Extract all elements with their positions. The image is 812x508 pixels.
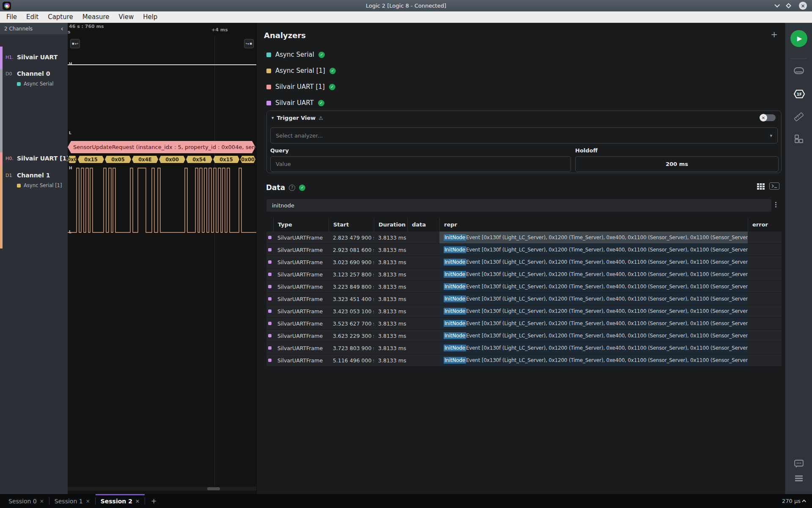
channel-analyzer-label[interactable]: Async Serial [1] (17, 182, 62, 188)
help-icon[interactable]: ? (289, 185, 295, 191)
frame-color-icon (268, 359, 272, 362)
close-session-icon[interactable]: × (135, 498, 140, 504)
hex-byte-bubble[interactable]: 0x00 (240, 156, 255, 163)
channel-analyzer-label[interactable]: Async Serial (17, 81, 53, 87)
type-cell: SilvarUARTFrame (273, 354, 329, 366)
jump-next-edge-button[interactable]: ↪◼ (244, 39, 254, 48)
menu-edit[interactable]: Edit (22, 11, 43, 22)
waveform-area[interactable]: 46 s : 760 ms s +4 ms ◼↩ ↪◼ H L SensorUp… (68, 23, 256, 494)
repr-text: Event [0x130f (Light_LC_Server), 0x1200 … (466, 259, 748, 265)
holdoff-input[interactable]: 200 ms (575, 156, 779, 172)
timeline-gridline (214, 36, 215, 486)
start-capture-button[interactable]: ▶ (790, 30, 807, 47)
col-type[interactable]: Type (273, 218, 329, 232)
table-row[interactable]: SilvarUARTFrame3.423 053 100 s3.8133 msI… (266, 305, 782, 317)
close-session-icon[interactable]: × (40, 498, 44, 504)
analyzer-item-async-serial-1-[interactable]: Async Serial [1]✓ (266, 63, 776, 79)
query-input[interactable]: Value (270, 156, 571, 172)
menu-file[interactable]: File (2, 11, 22, 22)
search-options-kebab-icon[interactable] (775, 202, 776, 207)
start-cell: 5.116 496 000 s (329, 354, 374, 366)
table-row[interactable]: SilvarUARTFrame2.823 479 900 s3.8133 msI… (266, 232, 782, 243)
waveform-hscrollbar-thumb[interactable] (207, 487, 220, 490)
repr-cell: InitNodeEvent [0x130f (Light_LC_Server),… (439, 244, 748, 256)
jump-previous-edge-button[interactable]: ◼↩ (70, 39, 80, 48)
trigger-enable-toggle[interactable]: ✕ (760, 114, 776, 121)
error-cell (748, 354, 782, 366)
chevron-up-icon[interactable] (802, 500, 806, 504)
repr-text: Event [0x130f (Light_LC_Server), 0x1200 … (466, 296, 748, 302)
repr-cell: InitNodeEvent [0x130f (Light_LC_Server),… (439, 256, 748, 268)
zoom-scale-label[interactable]: 270 µs (782, 498, 801, 504)
table-row[interactable]: SilvarUARTFrame2.923 081 600 s3.8133 msI… (266, 244, 782, 256)
analyzer-check-icon: ✓ (318, 100, 324, 106)
duration-cell: 3.8133 ms (374, 318, 407, 329)
table-row[interactable]: SilvarUARTFrame3.523 627 700 s3.8133 msI… (266, 318, 782, 329)
table-row[interactable]: SilvarUARTFrame3.723 803 900 s3.8133 msI… (266, 342, 782, 354)
analyzer-name-label: Async Serial (275, 51, 314, 58)
repr-text: Event [0x130f (Light_LC_Server), 0x1200 … (466, 271, 748, 277)
error-cell (748, 232, 782, 243)
session-tab-session-0[interactable]: Session 0× (3, 494, 49, 508)
col-start[interactable]: Start (329, 218, 374, 232)
trigger-view-section: ▾ Trigger View ⚠ ✕ Select analyzer... ▾ … (266, 110, 782, 173)
hex-byte-bubble[interactable]: 0x15 (213, 156, 239, 163)
hex-byte-bubble[interactable]: 0x54 (186, 156, 212, 163)
table-row[interactable]: SilvarUARTFrame3.023 690 900 s3.8133 msI… (266, 256, 782, 268)
row-color-cell (266, 256, 273, 268)
waveform-hscrollbar[interactable] (68, 487, 256, 491)
analyzer-select-placeholder: Select analyzer... (276, 133, 323, 139)
start-cell: 3.223 849 800 s (329, 281, 374, 293)
hex-byte-bubble[interactable]: 0x00 (159, 156, 185, 163)
decoded-frame-annotation[interactable]: SensorUpdateRequest (instance_idx : 5, p… (68, 141, 255, 153)
search-match-highlight: InitNode (444, 357, 466, 364)
close-icon[interactable]: × (799, 2, 807, 10)
col-error[interactable]: error (748, 218, 782, 232)
table-row[interactable]: SilvarUARTFrame3.123 257 800 s3.8133 msI… (266, 268, 782, 280)
row-color-cell (266, 305, 273, 317)
session-tab-label: Session 0 (8, 498, 37, 505)
table-row[interactable]: SilvarUARTFrame3.223 849 800 s3.8133 msI… (266, 281, 782, 293)
hex-byte-bubble[interactable]: 0x05 (105, 156, 131, 163)
analyzers-tab-icon[interactable]: 1F (793, 88, 805, 100)
menu-measure[interactable]: Measure (78, 11, 114, 22)
close-session-icon[interactable]: × (86, 498, 90, 504)
hex-byte-bubble[interactable]: 0x0 (68, 156, 77, 163)
analyzer-item-async-serial[interactable]: Async Serial✓ (266, 47, 776, 63)
menu-help[interactable]: Help (138, 11, 162, 22)
table-row[interactable]: SilvarUARTFrame3.323 451 400 s3.8133 msI… (266, 293, 782, 305)
hex-byte-bubble[interactable]: 0x15 (78, 156, 104, 163)
table-row[interactable]: SilvarUARTFrame5.116 496 000 s3.8133 msI… (266, 354, 782, 366)
terminal-view-icon[interactable] (769, 182, 779, 190)
add-analyzer-icon[interactable]: + (771, 30, 778, 39)
feedback-chat-icon[interactable] (793, 458, 805, 470)
table-row[interactable]: SilvarUARTFrame3.623 229 300 s3.8133 msI… (266, 330, 782, 342)
collapse-sidebar-icon[interactable]: ‹ (61, 25, 63, 32)
analyzer-item-silvair-uart[interactable]: Silvair UART✓ (266, 95, 776, 111)
menu-capture[interactable]: Capture (43, 11, 78, 22)
col-duration[interactable]: Duration (374, 218, 407, 232)
col-icon (266, 218, 273, 232)
col-repr[interactable]: repr (439, 218, 748, 232)
hex-byte-bubble[interactable]: 0x4E (132, 156, 158, 163)
new-session-button[interactable]: + (145, 494, 162, 508)
chevron-down-icon[interactable]: ▾ (272, 115, 274, 121)
main-menu-icon[interactable] (793, 472, 805, 484)
maximize-icon[interactable] (786, 3, 791, 8)
row-color-cell (266, 293, 273, 305)
search-match-highlight: InitNode (444, 295, 466, 302)
minimize-icon[interactable] (774, 2, 780, 8)
device-settings-icon[interactable] (793, 65, 805, 77)
menu-view[interactable]: View (114, 11, 139, 22)
col-data[interactable]: data (407, 218, 439, 232)
extensions-icon[interactable] (793, 133, 805, 145)
table-view-icon[interactable] (757, 183, 765, 190)
session-tab-session-2[interactable]: Session 2× (96, 494, 145, 508)
search-match-highlight: InitNode (444, 246, 466, 253)
error-cell (748, 244, 782, 256)
data-search-input[interactable]: initnode (266, 199, 771, 212)
session-tab-session-1[interactable]: Session 1× (49, 494, 95, 508)
measure-ruler-icon[interactable] (793, 111, 805, 123)
analyzer-select[interactable]: Select analyzer... ▾ (270, 127, 778, 144)
analyzer-item-silvair-uart-1-[interactable]: Silvair UART [1]✓ (266, 79, 776, 95)
